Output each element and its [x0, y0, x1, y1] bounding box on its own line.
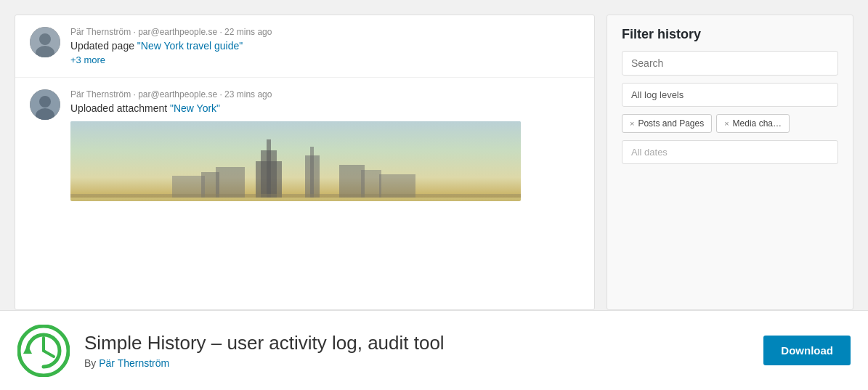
plugin-card: Simple History – user activity log, audi…: [0, 310, 868, 390]
user-email: par@earthpeople.se: [138, 89, 217, 99]
page-link[interactable]: "New York travel guide": [137, 40, 243, 52]
action-text: Updated page: [70, 40, 137, 52]
by-label: By: [84, 357, 99, 369]
svg-marker-22: [23, 345, 32, 354]
activity-title: Uploaded attachment "New York": [70, 102, 580, 114]
activity-panel: Pär Thernström · par@earthpeople.se · 22…: [15, 15, 595, 310]
cityscape-svg: [70, 121, 521, 198]
more-link[interactable]: +3 more: [70, 54, 580, 65]
activity-content: Pär Thernström · par@earthpeople.se · 23…: [70, 89, 580, 201]
activity-content: Pär Thernström · par@earthpeople.se · 22…: [70, 27, 580, 65]
tag-label: Posts and Pages: [638, 118, 704, 129]
svg-rect-11: [305, 155, 320, 198]
activity-meta: Pär Thernström · par@earthpeople.se · 23…: [70, 89, 580, 99]
svg-rect-18: [70, 194, 521, 198]
plugin-icon: [17, 325, 70, 377]
svg-point-1: [39, 33, 51, 45]
action-text: Uploaded attachment: [70, 102, 170, 114]
activity-item: Pär Thernström · par@earthpeople.se · 22…: [15, 15, 594, 78]
remove-tag-icon[interactable]: ×: [630, 119, 634, 128]
svg-rect-6: [70, 121, 521, 198]
filter-tag-posts-pages[interactable]: × Posts and Pages: [622, 114, 712, 133]
avatar: [30, 89, 60, 120]
attachment-link[interactable]: "New York": [170, 102, 220, 114]
activity-time: 23 mins ago: [224, 89, 272, 99]
tag-label: Media cha…: [733, 118, 782, 129]
attachment-image: [70, 121, 521, 201]
dates-dropdown[interactable]: All dates: [622, 140, 838, 164]
user-name: Pär Thernström: [70, 89, 131, 99]
svg-rect-14: [339, 165, 365, 198]
plugin-author: By Pär Thernström: [84, 357, 749, 369]
filter-panel: Filter history All log levels × Posts an…: [607, 15, 853, 310]
search-input[interactable]: [622, 51, 838, 76]
filter-header: Filter history: [607, 15, 853, 51]
user-email: par@earthpeople.se: [138, 27, 217, 37]
svg-rect-12: [216, 167, 245, 198]
plugin-title: Simple History – user activity log, audi…: [84, 332, 749, 354]
simple-history-icon: [17, 325, 70, 377]
download-button[interactable]: Download: [763, 336, 851, 365]
remove-tag-icon[interactable]: ×: [724, 119, 729, 128]
filter-tags: × Posts and Pages × Media cha…: [622, 114, 838, 133]
log-levels-dropdown[interactable]: All log levels: [622, 83, 838, 107]
top-section: Pär Thernström · par@earthpeople.se · 22…: [0, 0, 868, 310]
avatar: [30, 27, 60, 57]
activity-meta: Pär Thernström · par@earthpeople.se · 22…: [70, 27, 580, 37]
user-name: Pär Thernström: [70, 27, 131, 37]
svg-rect-15: [361, 170, 381, 198]
plugin-info: Simple History – user activity log, audi…: [84, 332, 749, 369]
activity-time: 22 mins ago: [224, 27, 272, 37]
activity-item: Pär Thernström · par@earthpeople.se · 23…: [15, 78, 594, 213]
svg-point-4: [39, 96, 51, 107]
filter-tag-media[interactable]: × Media cha…: [716, 114, 790, 133]
activity-title: Updated page "New York travel guide": [70, 40, 580, 52]
author-link[interactable]: Pär Thernström: [99, 357, 169, 369]
svg-rect-9: [256, 161, 282, 198]
svg-line-21: [44, 351, 54, 357]
